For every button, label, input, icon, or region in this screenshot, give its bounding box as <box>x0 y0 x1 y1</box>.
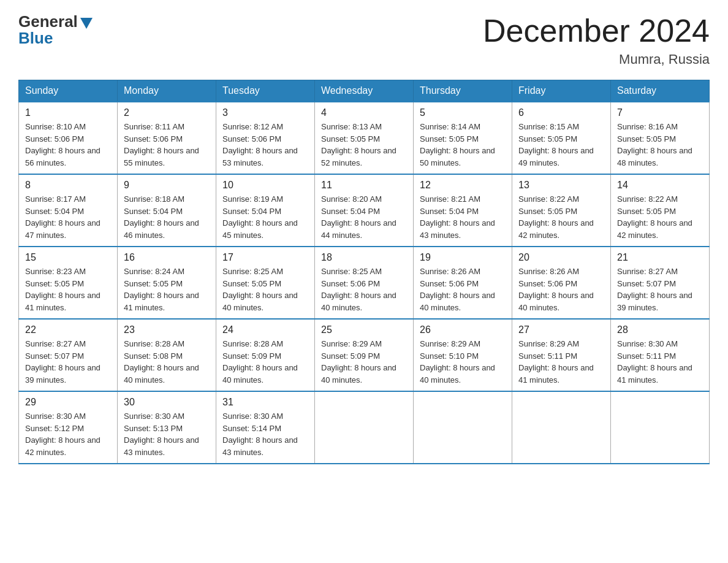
day-number: 26 <box>420 324 506 335</box>
calendar-cell: 20Sunrise: 8:26 AMSunset: 5:06 PMDayligh… <box>512 247 611 319</box>
day-number: 11 <box>321 180 407 191</box>
calendar-header: SundayMondayTuesdayWednesdayThursdayFrid… <box>19 80 710 102</box>
calendar-cell: 6Sunrise: 8:15 AMSunset: 5:05 PMDaylight… <box>512 102 611 174</box>
calendar-cell: 4Sunrise: 8:13 AMSunset: 5:05 PMDaylight… <box>315 102 414 174</box>
calendar-cell <box>414 391 512 464</box>
calendar-cell: 29Sunrise: 8:30 AMSunset: 5:12 PMDayligh… <box>19 391 118 464</box>
day-number: 19 <box>420 252 506 263</box>
calendar-cell: 13Sunrise: 8:22 AMSunset: 5:05 PMDayligh… <box>512 174 611 247</box>
calendar-cell: 12Sunrise: 8:21 AMSunset: 5:04 PMDayligh… <box>414 174 512 247</box>
logo-arrow-icon <box>80 18 93 29</box>
day-info: Sunrise: 8:22 AMSunset: 5:05 PMDaylight:… <box>518 193 604 241</box>
calendar-week-row: 22Sunrise: 8:27 AMSunset: 5:07 PMDayligh… <box>19 319 710 391</box>
day-number: 7 <box>617 107 703 118</box>
day-info: Sunrise: 8:28 AMSunset: 5:08 PMDaylight:… <box>124 338 210 386</box>
day-number: 10 <box>222 180 308 191</box>
day-info: Sunrise: 8:14 AMSunset: 5:05 PMDaylight:… <box>420 121 506 169</box>
calendar-cell: 5Sunrise: 8:14 AMSunset: 5:05 PMDaylight… <box>414 102 512 174</box>
day-number: 1 <box>25 107 111 118</box>
day-info: Sunrise: 8:15 AMSunset: 5:05 PMDaylight:… <box>518 121 604 169</box>
day-info: Sunrise: 8:28 AMSunset: 5:09 PMDaylight:… <box>222 338 308 386</box>
calendar-week-row: 29Sunrise: 8:30 AMSunset: 5:12 PMDayligh… <box>19 391 710 464</box>
day-info: Sunrise: 8:22 AMSunset: 5:05 PMDaylight:… <box>617 193 703 241</box>
calendar-cell: 31Sunrise: 8:30 AMSunset: 5:14 PMDayligh… <box>216 391 315 464</box>
day-number: 15 <box>25 252 111 263</box>
calendar-cell <box>611 391 710 464</box>
day-of-week-header: Monday <box>118 80 216 102</box>
calendar-cell: 3Sunrise: 8:12 AMSunset: 5:06 PMDaylight… <box>216 102 315 174</box>
day-info: Sunrise: 8:30 AMSunset: 5:13 PMDaylight:… <box>124 410 210 458</box>
page-header: General Blue December 2024 Mumra, Russia <box>18 12 710 67</box>
day-number: 5 <box>420 107 506 118</box>
day-info: Sunrise: 8:10 AMSunset: 5:06 PMDaylight:… <box>25 121 111 169</box>
calendar-cell: 17Sunrise: 8:25 AMSunset: 5:05 PMDayligh… <box>216 247 315 319</box>
logo-blue-text: Blue <box>18 29 53 48</box>
day-number: 2 <box>124 107 210 118</box>
calendar-cell: 23Sunrise: 8:28 AMSunset: 5:08 PMDayligh… <box>118 319 216 391</box>
calendar-table: SundayMondayTuesdayWednesdayThursdayFrid… <box>18 80 710 464</box>
day-info: Sunrise: 8:25 AMSunset: 5:05 PMDaylight:… <box>222 266 308 313</box>
day-info: Sunrise: 8:25 AMSunset: 5:06 PMDaylight:… <box>321 266 407 313</box>
day-info: Sunrise: 8:20 AMSunset: 5:04 PMDaylight:… <box>321 193 407 241</box>
day-number: 3 <box>222 107 308 118</box>
calendar-cell: 10Sunrise: 8:19 AMSunset: 5:04 PMDayligh… <box>216 174 315 247</box>
day-info: Sunrise: 8:13 AMSunset: 5:05 PMDaylight:… <box>321 121 407 169</box>
day-info: Sunrise: 8:23 AMSunset: 5:05 PMDaylight:… <box>25 266 111 313</box>
calendar-cell: 9Sunrise: 8:18 AMSunset: 5:04 PMDaylight… <box>118 174 216 247</box>
calendar-cell: 8Sunrise: 8:17 AMSunset: 5:04 PMDaylight… <box>19 174 118 247</box>
calendar-cell <box>315 391 414 464</box>
day-info: Sunrise: 8:29 AMSunset: 5:11 PMDaylight:… <box>518 338 604 386</box>
calendar-cell: 14Sunrise: 8:22 AMSunset: 5:05 PMDayligh… <box>611 174 710 247</box>
day-info: Sunrise: 8:27 AMSunset: 5:07 PMDaylight:… <box>25 338 111 386</box>
day-info: Sunrise: 8:29 AMSunset: 5:09 PMDaylight:… <box>321 338 407 386</box>
day-info: Sunrise: 8:30 AMSunset: 5:14 PMDaylight:… <box>222 410 308 458</box>
calendar-week-row: 1Sunrise: 8:10 AMSunset: 5:06 PMDaylight… <box>19 102 710 174</box>
day-info: Sunrise: 8:26 AMSunset: 5:06 PMDaylight:… <box>420 266 506 313</box>
day-info: Sunrise: 8:30 AMSunset: 5:11 PMDaylight:… <box>617 338 703 386</box>
day-info: Sunrise: 8:29 AMSunset: 5:10 PMDaylight:… <box>420 338 506 386</box>
title-area: December 2024 Mumra, Russia <box>483 12 710 67</box>
logo: General Blue <box>18 12 93 48</box>
day-number: 12 <box>420 180 506 191</box>
day-of-week-header: Thursday <box>414 80 512 102</box>
calendar-cell: 15Sunrise: 8:23 AMSunset: 5:05 PMDayligh… <box>19 247 118 319</box>
calendar-cell: 18Sunrise: 8:25 AMSunset: 5:06 PMDayligh… <box>315 247 414 319</box>
day-of-week-header: Sunday <box>19 80 118 102</box>
day-number: 21 <box>617 252 703 263</box>
day-number: 4 <box>321 107 407 118</box>
day-info: Sunrise: 8:16 AMSunset: 5:05 PMDaylight:… <box>617 121 703 169</box>
day-of-week-header: Saturday <box>611 80 710 102</box>
day-number: 9 <box>124 180 210 191</box>
calendar-cell: 22Sunrise: 8:27 AMSunset: 5:07 PMDayligh… <box>19 319 118 391</box>
day-info: Sunrise: 8:11 AMSunset: 5:06 PMDaylight:… <box>124 121 210 169</box>
day-number: 27 <box>518 324 604 335</box>
day-number: 6 <box>518 107 604 118</box>
calendar-cell: 28Sunrise: 8:30 AMSunset: 5:11 PMDayligh… <box>611 319 710 391</box>
calendar-week-row: 8Sunrise: 8:17 AMSunset: 5:04 PMDaylight… <box>19 174 710 247</box>
day-info: Sunrise: 8:19 AMSunset: 5:04 PMDaylight:… <box>222 193 308 241</box>
calendar-cell: 2Sunrise: 8:11 AMSunset: 5:06 PMDaylight… <box>118 102 216 174</box>
calendar-cell <box>512 391 611 464</box>
header-row: SundayMondayTuesdayWednesdayThursdayFrid… <box>19 80 710 102</box>
day-number: 17 <box>222 252 308 263</box>
day-number: 25 <box>321 324 407 335</box>
day-of-week-header: Wednesday <box>315 80 414 102</box>
day-number: 29 <box>25 397 111 408</box>
day-number: 28 <box>617 324 703 335</box>
day-number: 22 <box>25 324 111 335</box>
day-info: Sunrise: 8:27 AMSunset: 5:07 PMDaylight:… <box>617 266 703 313</box>
calendar-cell: 26Sunrise: 8:29 AMSunset: 5:10 PMDayligh… <box>414 319 512 391</box>
location: Mumra, Russia <box>483 52 710 67</box>
day-number: 31 <box>222 397 308 408</box>
month-title: December 2024 <box>483 12 710 49</box>
day-info: Sunrise: 8:12 AMSunset: 5:06 PMDaylight:… <box>222 121 308 169</box>
calendar-week-row: 15Sunrise: 8:23 AMSunset: 5:05 PMDayligh… <box>19 247 710 319</box>
day-number: 14 <box>617 180 703 191</box>
day-number: 23 <box>124 324 210 335</box>
day-info: Sunrise: 8:21 AMSunset: 5:04 PMDaylight:… <box>420 193 506 241</box>
day-info: Sunrise: 8:17 AMSunset: 5:04 PMDaylight:… <box>25 193 111 241</box>
day-info: Sunrise: 8:30 AMSunset: 5:12 PMDaylight:… <box>25 410 111 458</box>
calendar-cell: 1Sunrise: 8:10 AMSunset: 5:06 PMDaylight… <box>19 102 118 174</box>
day-number: 30 <box>124 397 210 408</box>
day-number: 16 <box>124 252 210 263</box>
